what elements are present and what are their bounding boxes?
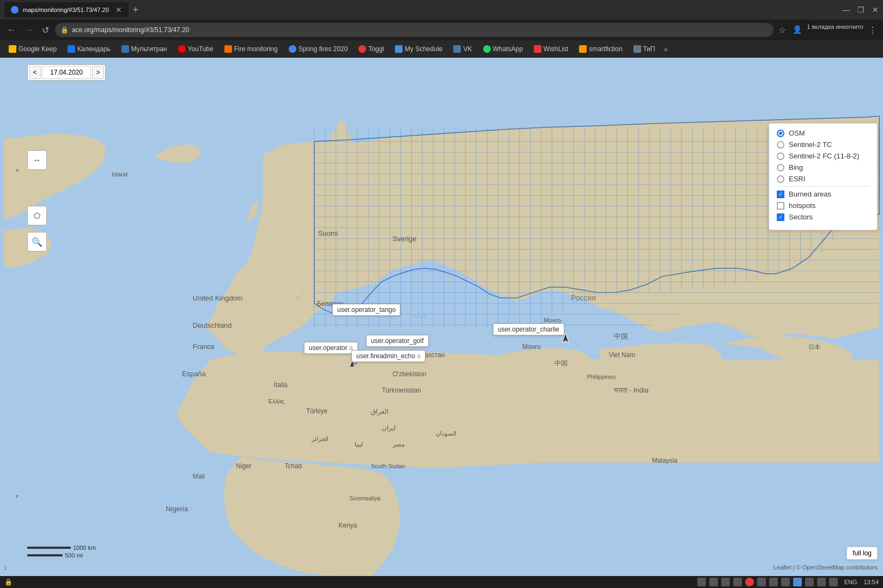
layer-burned-areas-checkbox[interactable]: ✓ [777,191,784,198]
svg-text:Kenya: Kenya [339,522,357,529]
map-area[interactable]: Sverige Suomi Беларусь United Kingdom De… [0,58,883,576]
bookmarks-more-btn[interactable]: » [664,45,668,53]
bookmark-star-icon[interactable]: ☆ [777,23,788,37]
status-right: ENG 13:54 [697,578,879,586]
map-search-btn[interactable]: 🔍 [27,232,47,252]
browser-content: Sverige Suomi Беларусь United Kingdom De… [0,58,883,576]
draw-icon: ⬠ [34,211,40,220]
bookmark-youtube[interactable]: YouTube [174,44,218,54]
svg-text:лия: лия [546,324,556,330]
bookmark-label: Мультитран [131,45,167,53]
status-time: 13:54 [863,579,879,585]
bookmark-vk[interactable]: VK [449,44,476,54]
menu-icon[interactable]: ⋮ [867,23,879,37]
layer-esri-label: ESRI [789,175,805,183]
bookmark-smartfiction[interactable]: smartfiction [575,44,626,54]
layer-osm-radio[interactable] [777,130,784,137]
svg-text:Mali: Mali [193,473,205,480]
layer-sectors-checkbox[interactable]: ✓ [777,213,784,221]
browser-toolbar: ← → ↺ 🔒 ace.org/maps/monitoring/#3/51.73… [0,20,883,40]
bookmark-toggl[interactable]: Toggl [354,44,388,54]
scale-mi: 500 mi [27,552,96,559]
date-next-btn[interactable]: > [92,66,104,79]
svg-point-115 [296,296,300,299]
bookmark-label: My Schedule [405,45,442,53]
bookmark-tip[interactable]: ТиП [629,44,660,54]
incognito-label: 1 вкладка инкогнито [807,23,863,37]
bookmark-label: WhatsApp [493,45,523,53]
taskbar-icon-9 [793,578,802,586]
toolbar-icons: ☆ 👤 1 вкладка инкогнито ⋮ [777,23,879,37]
layer-sentinel2fc-radio[interactable] [777,152,784,160]
address-bar[interactable]: 🔒 ace.org/maps/monitoring/#3/51.73/47.20 [55,23,774,37]
svg-text:Türkiye: Türkiye [306,407,327,415]
layer-sentinel2tc-radio[interactable] [777,141,784,149]
maximize-btn[interactable]: ❐ [857,6,864,14]
vk-favicon [453,45,461,53]
bookmark-multitran[interactable]: Мультитран [117,44,172,54]
refresh-btn[interactable]: ↺ [39,23,52,37]
layer-bing-radio[interactable] [777,164,784,171]
map-tools: ↔ ⬠ [27,150,47,225]
taskbar-icon-11 [817,578,826,586]
map-svg: Sverige Suomi Беларусь United Kingdom De… [0,58,883,576]
layer-burned-areas[interactable]: ✓ Burned areas [777,190,869,198]
bookmark-label: WishList [544,45,568,53]
back-btn[interactable]: ← [4,23,19,36]
bookmark-google-keep[interactable]: Google Keep [4,44,61,54]
layer-sentinel2fc[interactable]: Sentinel-2 FC (11-8-2) [777,152,869,160]
layer-bing[interactable]: Bing [777,163,869,171]
bookmark-whatsapp[interactable]: WhatsApp [479,44,527,54]
taskbar-icon-12 [829,578,838,586]
layer-sentinel2tc[interactable]: Sentinel-2 TC [777,140,869,149]
svg-text:Suomi: Suomi [318,229,338,237]
incognito-icon[interactable]: 👤 [791,23,803,37]
status-left: 🔒 [4,578,13,586]
bookmarks-bar: Google Keep Календарь Мультитран YouTube… [0,40,883,58]
scale-bar: 1000 km 500 mi [27,544,96,559]
date-input[interactable] [42,66,91,79]
layer-hotspots-checkbox[interactable] [777,202,784,210]
layer-esri-radio[interactable] [777,175,784,183]
tab-close-btn[interactable]: ✕ [115,5,122,14]
new-tab-btn[interactable]: + [133,4,139,16]
toggl-favicon [358,45,366,53]
pan-icon: ↔ [33,156,41,164]
bookmark-spring-fires[interactable]: Spring fires 2020 [284,44,352,54]
bookmark-wishlist[interactable]: WishList [529,44,573,54]
svg-text:Deutschland: Deutschland [193,321,232,329]
layer-osm[interactable]: OSM [777,129,869,137]
bookmark-label: Google Keep [19,45,57,53]
layer-sectors-label: Sectors [789,213,813,221]
svg-text:Россия: Россия [571,293,596,302]
svg-text:الجزائر: الجزائر [311,436,328,443]
zoom-south-indicator: ▼ [14,493,20,499]
bookmark-schedule[interactable]: My Schedule [391,44,447,54]
date-prev-btn[interactable]: < [29,66,41,79]
yt-favicon [178,45,186,53]
layer-sectors[interactable]: ✓ Sectors [777,213,869,221]
svg-text:日本: 日本 [808,344,820,351]
scale-km: 1000 km [27,544,96,551]
svg-text:مصر: مصر [392,441,405,448]
svg-text:Philippines: Philippines [587,373,616,380]
draw-tool-btn[interactable]: ⬠ [27,206,47,225]
layer-hotspots[interactable]: hotspots [777,201,869,210]
map-attribution: Leaflet | © OpenStreetMap contributors [774,564,878,571]
browser-frame: maps/monitoring/#3/51.73/47.20 ✕ + — ❐ ✕… [0,0,883,588]
forward-btn[interactable]: → [22,23,36,36]
layer-esri[interactable]: ESRI [777,175,869,183]
wish-favicon [534,45,541,53]
svg-text:Монго: Монго [522,343,541,351]
bookmark-label: Spring fires 2020 [299,45,348,53]
svg-text:Soomaaliya: Soomaaliya [349,495,381,501]
full-log-btn[interactable]: full log [847,547,878,560]
bookmark-calendar[interactable]: Календарь [63,44,115,54]
minimize-btn[interactable]: — [842,6,850,14]
bookmark-label: ТиП [643,45,655,53]
scale-km-ruler [27,547,71,549]
active-tab[interactable]: maps/monitoring/#3/51.73/47.20 ✕ [4,2,129,17]
bookmark-fire-monitoring[interactable]: Fire monitoring [220,44,282,54]
pan-tool-btn[interactable]: ↔ [27,150,47,170]
close-btn[interactable]: ✕ [872,6,879,14]
